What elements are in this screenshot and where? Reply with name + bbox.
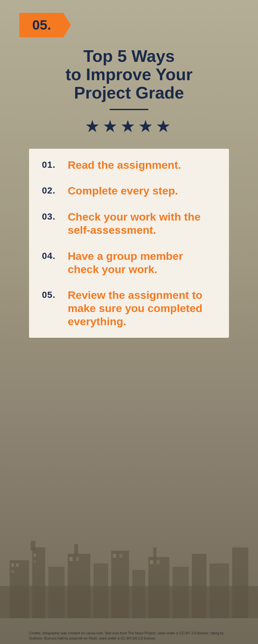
svg-rect-12: [173, 567, 189, 618]
credits: Credits: Infographic was created on canv…: [29, 631, 229, 641]
list-item-3: 03. Check your work with the self-assess…: [42, 210, 213, 237]
svg-rect-4: [48, 567, 64, 618]
badge-number: 05.: [19, 13, 71, 37]
svg-rect-6: [74, 544, 78, 555]
title-divider: [110, 109, 148, 110]
svg-rect-24: [119, 554, 123, 558]
list-item-5: 05. Review the assignment to make sure y…: [42, 289, 213, 328]
svg-rect-1: [10, 560, 29, 618]
svg-rect-16: [11, 564, 14, 567]
list-container: 01. Read the assignment. 02. Complete ev…: [29, 149, 229, 338]
svg-rect-18: [11, 570, 14, 573]
svg-rect-20: [34, 560, 36, 563]
svg-rect-25: [150, 560, 153, 564]
item-text-2: Complete every step.: [68, 184, 213, 197]
list-item-1: 01. Read the assignment.: [42, 158, 213, 172]
item-text-1: Read the assignment.: [68, 158, 213, 172]
city-silhouette: [0, 522, 258, 618]
number-badge: 05.: [19, 13, 71, 37]
svg-rect-13: [192, 554, 206, 618]
stars-row: ★★★★★: [35, 117, 223, 136]
title-section: Top 5 Ways to Improve Your Project Grade…: [29, 37, 229, 146]
svg-rect-3: [31, 541, 35, 551]
svg-rect-14: [210, 564, 229, 618]
svg-rect-9: [132, 570, 145, 618]
svg-rect-22: [76, 557, 79, 561]
svg-rect-15: [232, 547, 248, 618]
item-number-1: 01.: [42, 158, 68, 170]
svg-rect-5: [68, 554, 90, 618]
svg-rect-11: [153, 547, 156, 559]
item-text-3: Check your work with the self-assessment…: [68, 210, 213, 237]
list-item-4: 04. Have a group member check your work.: [42, 250, 213, 276]
list-item-2: 02. Complete every step.: [42, 184, 213, 197]
svg-rect-17: [16, 564, 19, 567]
svg-rect-21: [69, 557, 73, 561]
svg-rect-19: [34, 554, 36, 556]
svg-rect-23: [113, 554, 116, 558]
item-text-5: Review the assignment to make sure you c…: [68, 289, 213, 328]
svg-rect-10: [148, 557, 169, 618]
item-text-4: Have a group member check your work.: [68, 250, 213, 276]
item-number-5: 05.: [42, 289, 68, 300]
svg-rect-26: [156, 560, 160, 564]
item-number-2: 02.: [42, 184, 68, 196]
item-number-4: 04.: [42, 250, 68, 261]
svg-rect-7: [94, 564, 108, 618]
main-container: 05. Top 5 Ways to Improve Your Project G…: [29, 0, 229, 364]
item-number-3: 03.: [42, 210, 68, 222]
main-title: Top 5 Ways to Improve Your Project Grade: [35, 47, 223, 102]
svg-rect-8: [111, 551, 129, 618]
svg-rect-2: [32, 547, 45, 618]
